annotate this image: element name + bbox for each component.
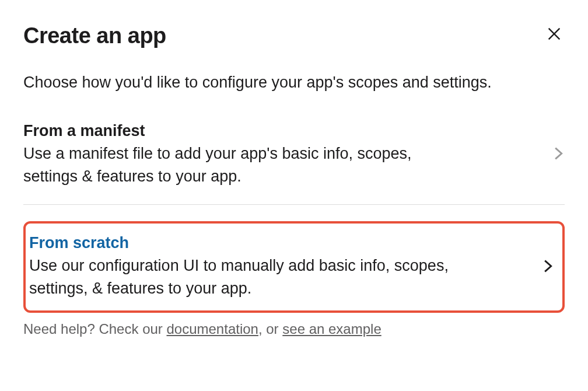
footer-prefix: Need help? Check our — [23, 321, 166, 337]
option-scratch-desc: Use our configuration UI to manually add… — [29, 254, 473, 300]
page-title: Create an app — [23, 23, 166, 48]
chevron-right-icon — [542, 258, 554, 277]
see-example-link[interactable]: see an example — [282, 321, 381, 337]
option-scratch-title: From scratch — [29, 234, 531, 252]
footer-help-text: Need help? Check our documentation, or s… — [23, 321, 565, 337]
chevron-right-icon — [553, 145, 565, 164]
option-manifest-desc: Use a manifest file to add your app's ba… — [23, 142, 467, 188]
option-manifest-title: From a manifest — [23, 122, 541, 140]
option-from-manifest[interactable]: From a manifest Use a manifest file to a… — [23, 122, 565, 204]
divider — [23, 204, 565, 205]
footer-middle: , or — [258, 321, 282, 337]
subtitle-text: Choose how you'd like to configure your … — [23, 72, 565, 94]
close-icon — [546, 26, 562, 44]
documentation-link[interactable]: documentation — [166, 321, 258, 337]
close-button[interactable] — [544, 23, 565, 47]
option-from-scratch[interactable]: From scratch Use our configuration UI to… — [23, 221, 565, 313]
